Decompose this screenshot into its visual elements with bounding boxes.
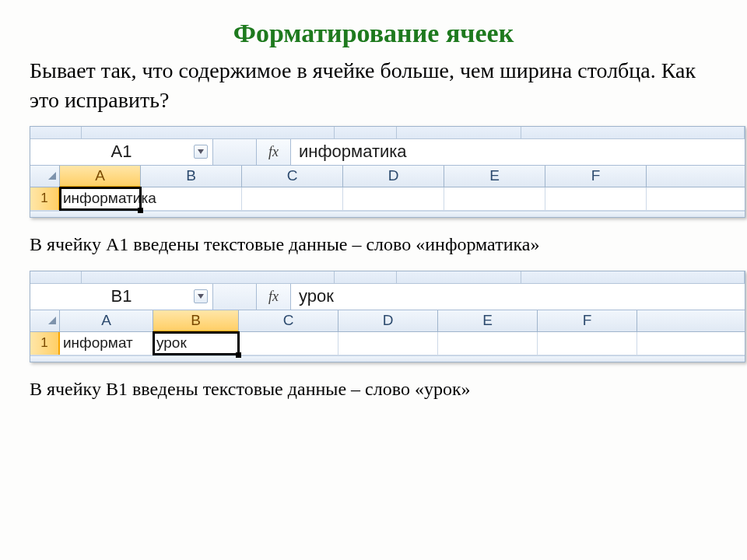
name-box[interactable]: B1 — [30, 284, 213, 310]
grid-tail — [30, 355, 745, 362]
slide-title: Форматирование ячеек — [30, 19, 717, 48]
column-headers: A B C D E F — [30, 310, 745, 332]
formula-input[interactable]: урок — [291, 284, 745, 310]
col-header-F[interactable]: F — [538, 310, 637, 331]
select-all-corner[interactable] — [30, 310, 60, 331]
excel-fragment-1: A1 fx информатика A B C D E F 1 информат… — [30, 126, 745, 218]
column-headers: A B C D E F — [30, 166, 745, 187]
chevron-down-icon[interactable] — [194, 289, 208, 303]
name-box-value: A1 — [111, 142, 132, 162]
grid-row-1: 1 информатика — [30, 187, 745, 211]
insert-function-button[interactable]: fx — [257, 284, 291, 310]
name-box-value: B1 — [111, 286, 132, 306]
ribbon-strip — [30, 127, 745, 139]
grid-row-1: 1 информат урок — [30, 332, 745, 355]
select-all-corner[interactable] — [30, 166, 60, 187]
cell-E1[interactable] — [438, 332, 538, 355]
formula-bar: A1 fx информатика — [30, 139, 745, 166]
cell-B1[interactable]: урок — [153, 332, 239, 355]
ribbon-strip — [30, 271, 745, 284]
chevron-down-icon[interactable] — [194, 145, 208, 159]
fx-icon: fx — [268, 144, 279, 160]
name-box[interactable]: A1 — [30, 139, 213, 165]
cell-A1[interactable]: информатика — [60, 187, 141, 210]
cell-F1[interactable] — [538, 332, 637, 355]
intro-text: Бывает так, что содержимое в ячейке боль… — [30, 56, 717, 115]
cell-A1-text: информатика — [63, 190, 156, 207]
caption-1: В ячейку А1 введены текстовые данные – с… — [30, 232, 717, 257]
col-header-A[interactable]: A — [60, 166, 141, 187]
col-header-C[interactable]: C — [242, 166, 343, 187]
col-header-D[interactable]: D — [338, 310, 438, 331]
col-header-D[interactable]: D — [343, 166, 444, 187]
cell-E1[interactable] — [444, 187, 545, 210]
cell-C1[interactable] — [242, 187, 343, 210]
cell-D1[interactable] — [343, 187, 444, 210]
cell-B1-text: урок — [156, 334, 187, 352]
col-header-B[interactable]: B — [153, 310, 239, 332]
formula-bar: B1 fx урок — [30, 284, 745, 310]
col-header-F[interactable]: F — [545, 166, 647, 187]
insert-function-button[interactable]: fx — [257, 139, 291, 165]
col-header-E[interactable]: E — [444, 166, 545, 187]
cell-F1[interactable] — [545, 187, 647, 210]
excel-fragment-2: B1 fx урок A B C D E F 1 информат урок — [30, 271, 745, 362]
col-header-C[interactable]: C — [239, 310, 338, 331]
formula-input[interactable]: информатика — [291, 139, 745, 165]
formula-gap — [213, 284, 257, 310]
fx-icon: fx — [268, 289, 279, 305]
formula-gap — [213, 139, 257, 165]
cell-C1[interactable] — [239, 332, 338, 355]
caption-2: В ячейку В1 введены текстовые данные – с… — [30, 376, 717, 401]
row-header-1[interactable]: 1 — [30, 332, 60, 355]
cell-A1[interactable]: информат — [60, 332, 153, 355]
col-header-B[interactable]: B — [141, 166, 242, 187]
col-header-E[interactable]: E — [438, 310, 538, 331]
col-header-A[interactable]: A — [60, 310, 153, 331]
cell-A1-text: информат — [63, 334, 133, 352]
cell-D1[interactable] — [338, 332, 438, 355]
row-header-1[interactable]: 1 — [30, 187, 60, 210]
